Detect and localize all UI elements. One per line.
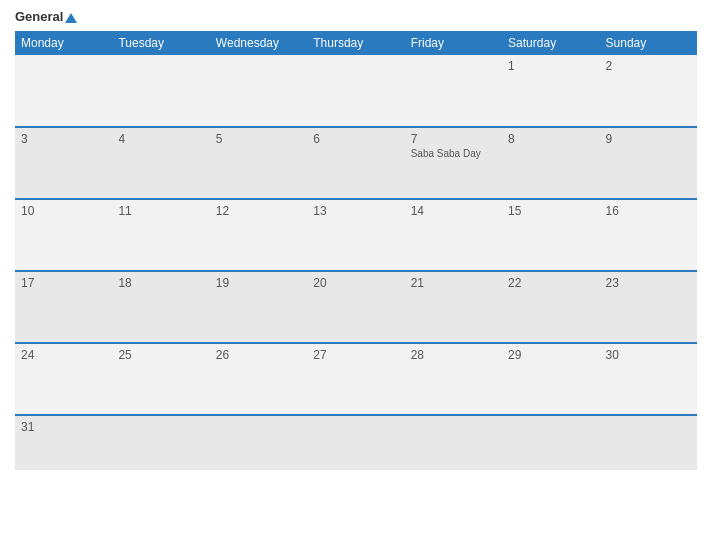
calendar-cell: 17 — [15, 271, 112, 343]
calendar-table: MondayTuesdayWednesdayThursdayFridaySatu… — [15, 31, 697, 470]
day-number: 11 — [118, 204, 203, 218]
day-number: 9 — [606, 132, 691, 146]
calendar-cell: 20 — [307, 271, 404, 343]
weekday-header-row: MondayTuesdayWednesdayThursdayFridaySatu… — [15, 31, 697, 55]
week-row-1: 12 — [15, 55, 697, 127]
calendar-cell — [405, 415, 502, 470]
calendar-cell — [15, 55, 112, 127]
weekday-header-tuesday: Tuesday — [112, 31, 209, 55]
day-number: 29 — [508, 348, 593, 362]
calendar-cell: 1 — [502, 55, 599, 127]
day-number: 13 — [313, 204, 398, 218]
weekday-header-friday: Friday — [405, 31, 502, 55]
calendar-cell — [112, 415, 209, 470]
calendar-cell: 16 — [600, 199, 697, 271]
weekday-header-saturday: Saturday — [502, 31, 599, 55]
calendar-cell: 27 — [307, 343, 404, 415]
calendar-cell: 11 — [112, 199, 209, 271]
day-number: 24 — [21, 348, 106, 362]
day-number: 17 — [21, 276, 106, 290]
calendar-cell — [112, 55, 209, 127]
day-number: 14 — [411, 204, 496, 218]
day-number: 7 — [411, 132, 496, 146]
calendar-cell — [210, 55, 307, 127]
calendar-cell: 29 — [502, 343, 599, 415]
holiday-name: Saba Saba Day — [411, 148, 496, 159]
day-number: 6 — [313, 132, 398, 146]
week-row-4: 17181920212223 — [15, 271, 697, 343]
calendar-cell — [405, 55, 502, 127]
calendar-cell: 8 — [502, 127, 599, 199]
weekday-header-thursday: Thursday — [307, 31, 404, 55]
calendar-cell: 24 — [15, 343, 112, 415]
weekday-header-monday: Monday — [15, 31, 112, 55]
calendar-cell — [307, 415, 404, 470]
day-number: 8 — [508, 132, 593, 146]
day-number: 22 — [508, 276, 593, 290]
calendar-cell: 25 — [112, 343, 209, 415]
day-number: 3 — [21, 132, 106, 146]
calendar-cell: 5 — [210, 127, 307, 199]
calendar-cell: 19 — [210, 271, 307, 343]
logo-triangle-icon — [65, 13, 77, 23]
day-number: 27 — [313, 348, 398, 362]
calendar-cell: 12 — [210, 199, 307, 271]
weekday-header-wednesday: Wednesday — [210, 31, 307, 55]
day-number: 18 — [118, 276, 203, 290]
calendar-cell: 15 — [502, 199, 599, 271]
calendar-cell: 13 — [307, 199, 404, 271]
calendar-cell: 10 — [15, 199, 112, 271]
week-row-2: 34567Saba Saba Day89 — [15, 127, 697, 199]
day-number: 30 — [606, 348, 691, 362]
logo: General — [15, 10, 77, 23]
calendar-cell: 3 — [15, 127, 112, 199]
day-number: 31 — [21, 420, 106, 434]
calendar-cell: 7Saba Saba Day — [405, 127, 502, 199]
calendar-cell — [600, 415, 697, 470]
day-number: 19 — [216, 276, 301, 290]
day-number: 20 — [313, 276, 398, 290]
calendar-cell — [307, 55, 404, 127]
calendar-cell: 14 — [405, 199, 502, 271]
calendar-cell: 18 — [112, 271, 209, 343]
week-row-6: 31 — [15, 415, 697, 470]
calendar-cell: 9 — [600, 127, 697, 199]
week-row-5: 24252627282930 — [15, 343, 697, 415]
day-number: 1 — [508, 59, 593, 73]
day-number: 2 — [606, 59, 691, 73]
calendar-container: General MondayTuesdayWednesdayThursdayFr… — [0, 0, 712, 550]
calendar-cell: 28 — [405, 343, 502, 415]
calendar-cell: 30 — [600, 343, 697, 415]
day-number: 28 — [411, 348, 496, 362]
calendar-cell: 2 — [600, 55, 697, 127]
day-number: 21 — [411, 276, 496, 290]
calendar-cell: 23 — [600, 271, 697, 343]
day-number: 5 — [216, 132, 301, 146]
day-number: 10 — [21, 204, 106, 218]
calendar-cell: 22 — [502, 271, 599, 343]
day-number: 15 — [508, 204, 593, 218]
calendar-header: General — [15, 10, 697, 23]
calendar-cell: 31 — [15, 415, 112, 470]
day-number: 12 — [216, 204, 301, 218]
week-row-3: 10111213141516 — [15, 199, 697, 271]
calendar-cell: 26 — [210, 343, 307, 415]
calendar-cell: 21 — [405, 271, 502, 343]
weekday-header-sunday: Sunday — [600, 31, 697, 55]
day-number: 16 — [606, 204, 691, 218]
calendar-cell — [210, 415, 307, 470]
calendar-cell: 4 — [112, 127, 209, 199]
calendar-cell — [502, 415, 599, 470]
day-number: 4 — [118, 132, 203, 146]
day-number: 25 — [118, 348, 203, 362]
day-number: 26 — [216, 348, 301, 362]
day-number: 23 — [606, 276, 691, 290]
logo-general-text: General — [15, 10, 77, 23]
calendar-cell: 6 — [307, 127, 404, 199]
